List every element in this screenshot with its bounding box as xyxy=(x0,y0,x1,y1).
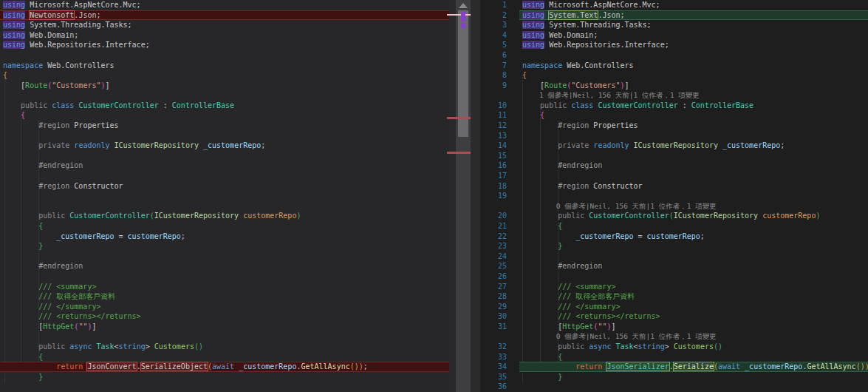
original-editor[interactable]: using Microsoft.AspNetCore.Mvc;using New… xyxy=(0,0,449,392)
code-line[interactable]: /// 取得全部客戶資料 xyxy=(519,291,868,302)
code-line[interactable]: [Route("Customers")] xyxy=(519,81,868,91)
code-line[interactable]: } xyxy=(0,241,449,251)
codelens[interactable]: 0 個參考|Neil, 156 天前|1 位作者，1 項變更 xyxy=(519,331,868,342)
code-line[interactable]: /// 取得全部客戶資料 xyxy=(0,291,449,302)
code-line[interactable]: #region Constructor xyxy=(519,181,868,192)
token: CustomerController xyxy=(598,101,677,109)
left-scrollbar[interactable] xyxy=(456,0,471,392)
token: await xyxy=(212,362,234,371)
code-line[interactable]: public class CustomerController : Contro… xyxy=(0,101,449,111)
line-number: 31 xyxy=(480,322,507,332)
deleted-region-marker xyxy=(447,152,471,154)
line-number: 23 xyxy=(480,241,507,251)
code-line[interactable]: [Route("Customers")] xyxy=(0,81,449,91)
code-line[interactable]: [HttpGet("")] xyxy=(519,322,868,332)
code-line[interactable]: public async Task<string> Customers() xyxy=(0,342,449,352)
code-line[interactable]: public async Task<string> Customers() xyxy=(519,342,868,352)
code-line[interactable]: using System.Threading.Tasks; xyxy=(0,20,449,30)
code-line[interactable]: using Web.Domain; xyxy=(0,30,449,41)
code-line[interactable]: /// <returns></returns> xyxy=(519,311,868,322)
code-line[interactable]: using Web.Repositories.Interface; xyxy=(519,40,868,50)
token: using xyxy=(3,21,25,29)
code-line[interactable]: public CustomerController(ICustomerRepos… xyxy=(0,211,449,221)
token: class xyxy=(571,101,593,109)
code-line[interactable] xyxy=(519,131,868,141)
code-line[interactable]: /// <returns></returns> xyxy=(0,311,449,322)
code-line[interactable]: { xyxy=(519,70,868,81)
code-line[interactable]: public class CustomerController : Contro… xyxy=(519,101,868,111)
code-line[interactable] xyxy=(519,151,868,161)
code-line[interactable]: _customerRepo = customerRepo; xyxy=(519,232,868,242)
code-line[interactable]: { xyxy=(519,110,868,121)
code-line[interactable] xyxy=(519,171,868,181)
code-line[interactable] xyxy=(519,191,868,201)
token xyxy=(522,232,575,240)
code-line[interactable] xyxy=(519,50,868,61)
code-line[interactable]: /// <summary> xyxy=(0,282,449,292)
token: { xyxy=(21,111,25,119)
code-line[interactable]: #endregion xyxy=(0,261,449,271)
code-line[interactable]: public CustomerController(ICustomerRepos… xyxy=(519,211,868,221)
token: { xyxy=(38,222,43,230)
code-line[interactable]: { xyxy=(519,352,868,362)
code-line[interactable]: { xyxy=(0,70,449,81)
token: ] xyxy=(106,81,110,89)
scrollbar-up-arrow-icon[interactable] xyxy=(459,3,468,8)
code-line[interactable]: return JsonSerializer.Serialize(await _c… xyxy=(519,362,868,372)
token: using xyxy=(522,11,544,19)
code-line[interactable] xyxy=(519,382,868,392)
token xyxy=(522,242,558,250)
codelens[interactable]: 1 個參考|Neil, 156 天前|1 位作者，1 項變更 xyxy=(519,90,868,101)
code-line[interactable]: /// </summary> xyxy=(519,302,868,312)
line-number: 1 xyxy=(480,0,507,10)
code-line[interactable]: #region Properties xyxy=(519,121,868,131)
code-line[interactable]: using System.Text.Json; xyxy=(519,10,868,21)
line-number: 5 xyxy=(480,40,507,50)
code-line[interactable]: [HttpGet("")] xyxy=(0,322,449,332)
token: Web.Domain; xyxy=(544,31,598,39)
code-line[interactable]: { xyxy=(0,110,449,121)
token: namespace xyxy=(3,61,43,70)
code-line[interactable]: using Microsoft.AspNetCore.Mvc; xyxy=(519,0,868,10)
code-line[interactable]: #endregion xyxy=(519,261,868,271)
code-line[interactable]: private readonly ICustomerRepository _cu… xyxy=(0,141,449,151)
code-line[interactable]: #region Properties xyxy=(0,121,449,131)
line-number: 30 xyxy=(480,311,507,322)
code-line[interactable]: using Web.Domain; xyxy=(519,30,868,41)
code-line[interactable]: _customerRepo = customerRepo; xyxy=(0,232,449,242)
code-line[interactable]: #endregion xyxy=(519,160,868,171)
codelens[interactable]: 0 個參考|Neil, 156 天前|1 位作者，1 項變更 xyxy=(519,201,868,212)
code-line[interactable]: using Web.Repositories.Interface; xyxy=(0,40,449,50)
code-line[interactable] xyxy=(519,271,868,282)
code-line[interactable]: return JsonConvert.SerializeObject(await… xyxy=(0,362,449,372)
code-line[interactable]: { xyxy=(0,352,449,362)
token: "" xyxy=(598,322,606,331)
code-line[interactable]: { xyxy=(0,221,449,232)
code-line[interactable]: using Newtonsoft.Json; xyxy=(0,10,449,21)
code-line[interactable]: using Microsoft.AspNetCore.Mvc; xyxy=(0,0,449,10)
token xyxy=(522,342,558,351)
code-line[interactable]: using System.Threading.Tasks; xyxy=(519,20,868,30)
token: . xyxy=(137,362,141,371)
code-line[interactable] xyxy=(519,251,868,262)
code-line[interactable]: #endregion xyxy=(0,160,449,171)
modified-editor[interactable]: 1using Microsoft.AspNetCore.Mvc;2using S… xyxy=(480,0,868,392)
line-number: 7 xyxy=(480,61,507,71)
token: /// </summary> xyxy=(3,303,100,311)
code-line[interactable]: private readonly ICustomerRepository _cu… xyxy=(519,141,868,151)
code-line[interactable]: namespace Web.Controllers xyxy=(519,61,868,71)
code-line[interactable]: { xyxy=(519,221,868,232)
token: using xyxy=(522,31,544,39)
token xyxy=(3,161,38,169)
token xyxy=(3,342,38,351)
code-line[interactable]: /// <summary> xyxy=(519,282,868,292)
line-number: 34 xyxy=(480,362,507,372)
code-line[interactable]: } xyxy=(519,241,868,251)
code-line[interactable]: /// </summary> xyxy=(0,302,449,312)
code-line[interactable]: } xyxy=(519,372,868,382)
token: { xyxy=(558,353,562,361)
code-line[interactable]: namespace Web.Controllers xyxy=(0,61,449,71)
token: > xyxy=(665,342,674,351)
code-line[interactable]: } xyxy=(0,372,449,382)
code-line[interactable]: #region Constructor xyxy=(0,181,449,192)
